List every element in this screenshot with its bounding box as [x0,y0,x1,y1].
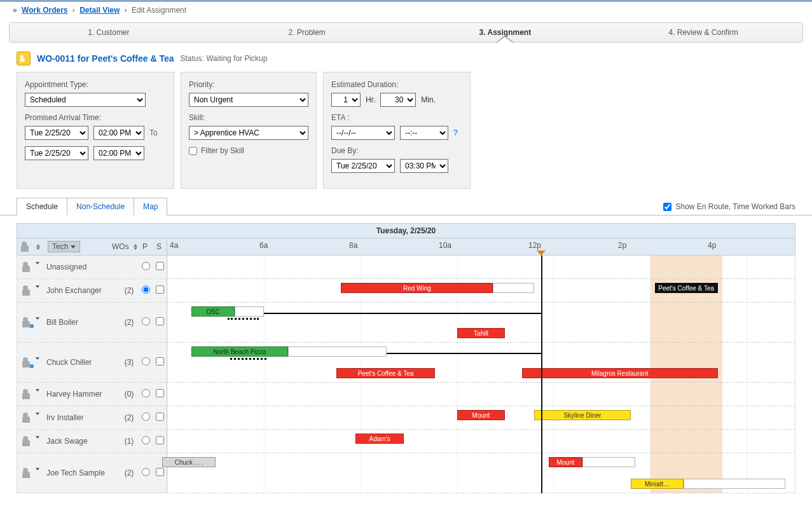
tech-select-radio[interactable] [142,389,150,397]
dueby-label: Due By: [331,146,462,155]
tech-name: Unassigned [44,263,120,271]
tech-select-radio[interactable] [142,357,150,366]
row-person-icon[interactable] [17,436,44,446]
schedule-row: Harvey Hammer(0) [17,383,795,406]
tab-non-schedule[interactable]: Non-Schedule [67,198,134,216]
chevron-right-icon: › [122,6,130,15]
priority-label: Priority: [189,80,308,89]
chevron-down-icon [36,468,39,470]
schedule-row: Chuck Chiller(3)North Beach PizzaPeet's … [17,343,795,383]
breadcrumb-work-orders[interactable]: Work Orders [22,6,67,15]
work-order-bar[interactable]: Milagros Restaurant [522,368,717,378]
eta-date-select[interactable]: --/--/-- [331,126,395,140]
dueby-date-select[interactable]: Tue 2/25/20 [331,159,395,173]
tech-secondary-checkbox[interactable] [156,468,164,476]
tech-select-radio[interactable] [142,413,150,421]
header-person-icon[interactable] [17,239,44,254]
schedule-row: Jack Swage(1)Adam's [17,430,795,453]
filter-by-skill-checkbox[interactable] [189,147,197,155]
step-customer[interactable]: 1. Customer [10,23,208,42]
tech-wo-count: (2) [120,286,139,295]
tab-schedule[interactable]: Schedule [17,198,67,216]
skill-select[interactable]: > Apprentice HVAC [189,126,308,140]
work-order-bar[interactable]: Miniatt… [631,479,684,489]
row-person-icon[interactable] [17,317,44,327]
arrival-from-time-select[interactable]: 02:00 PM [93,126,144,140]
tech-secondary-checkbox[interactable] [156,413,164,421]
row-person-icon[interactable] [17,357,44,367]
tech-select-radio[interactable] [142,262,150,270]
tech-secondary-checkbox[interactable] [156,436,164,444]
tech-select-radio[interactable] [142,436,150,444]
duration-hour-select[interactable]: 1 [331,93,361,107]
show-bars-checkbox[interactable] [663,203,671,211]
priority-select[interactable]: Non Urgent [189,93,308,107]
step-review[interactable]: 4. Review & Confirm [604,23,802,42]
work-order-bar[interactable]: North Beach Pizza [191,346,288,357]
arrival-to-date-select[interactable]: Tue 2/25/20 [25,146,88,160]
duration-min-select[interactable]: 30 [380,93,416,107]
hour-label: Hr. [366,95,375,104]
tech-timeline[interactable]: Red WingPeet's Coffee & Tea [167,279,795,302]
work-order-bar[interactable] [684,479,785,489]
work-order-bar[interactable]: Chuck . . . [162,457,216,467]
tech-select-radio[interactable] [142,285,150,294]
show-bars-toggle[interactable]: Show En Route, Time Worked Bars [663,202,795,211]
panel-duration: Estimated Duration: 1 Hr. 30 Min. ETA : … [323,72,471,189]
appointment-type-label: Appointment Type: [25,80,166,89]
tech-name: John Exchanger [44,286,120,295]
tech-timeline[interactable]: Chuck . . .MountMiniatt… [167,453,795,493]
work-order-badge-icon [17,51,31,65]
arrival-from-date-select[interactable]: Tue 2/25/20 [25,126,88,140]
row-person-icon[interactable] [17,285,44,296]
step-problem[interactable]: 2. Problem [208,23,406,42]
work-order-bar[interactable]: Peet's Coffee & Tea [655,283,718,293]
row-person-icon[interactable] [17,262,44,272]
tech-secondary-checkbox[interactable] [156,262,164,270]
tech-secondary-checkbox[interactable] [156,317,164,325]
work-order-bar[interactable]: Tahill [457,328,506,338]
work-order-bar[interactable] [493,283,534,293]
dueby-time-select[interactable]: 03:30 PM [400,159,448,173]
tech-secondary-checkbox[interactable] [156,389,164,397]
tech-timeline[interactable]: North Beach PizzaPeet's Coffee & TeaMila… [167,343,795,382]
tech-wo-count: (1) [120,437,139,446]
work-order-bar[interactable]: Adam's [355,434,404,444]
tech-secondary-checkbox[interactable] [156,285,164,294]
work-order-bar[interactable]: Peet's Coffee & Tea [336,368,436,378]
tech-select-radio[interactable] [142,468,150,476]
work-order-bar[interactable]: Mount [457,410,506,420]
tech-secondary-checkbox[interactable] [156,357,164,366]
tech-timeline[interactable]: OSCTahill [167,303,795,342]
row-person-icon[interactable] [17,389,44,399]
breadcrumb-detail-view[interactable]: Detail View [79,6,120,15]
work-order-bar[interactable]: Mount [549,457,582,467]
work-order-bar[interactable]: Red Wing [341,283,493,293]
eta-help-icon[interactable]: ? [453,128,458,137]
skill-label: Skill: [189,113,308,122]
header-tech-sort[interactable]: Tech [48,241,80,252]
work-order-bar[interactable] [582,457,636,467]
tech-timeline[interactable]: MountSkyline Diner [167,406,795,429]
work-order-bar[interactable]: OSC [191,306,235,317]
header-wos[interactable]: WOs [108,240,139,254]
schedule-header: Tech WOs P S 4a6a8a10a12p2p4p [17,238,795,256]
tab-map[interactable]: Map [134,198,167,216]
step-assignment[interactable]: 3. Assignment [406,23,605,42]
tech-timeline[interactable] [167,256,795,278]
arrival-to-time-select[interactable]: 02:00 PM [93,146,144,160]
work-order-bar[interactable] [288,346,387,357]
tech-select-radio[interactable] [142,317,150,325]
chevron-down-icon [36,436,39,439]
tech-timeline[interactable] [167,383,795,406]
tech-timeline[interactable]: Adam's [167,430,795,453]
appointment-type-select[interactable]: Scheduled [25,93,146,107]
work-order-bar[interactable] [235,306,264,317]
row-person-icon[interactable] [17,413,44,423]
eta-time-select[interactable]: --:-- [400,126,448,140]
hour-label: 4p [705,238,795,255]
work-order-bar[interactable]: Skyline Diner [534,410,631,420]
hour-label: 4a [167,238,257,255]
row-person-icon[interactable] [17,468,44,478]
hour-label: 8a [347,238,436,255]
